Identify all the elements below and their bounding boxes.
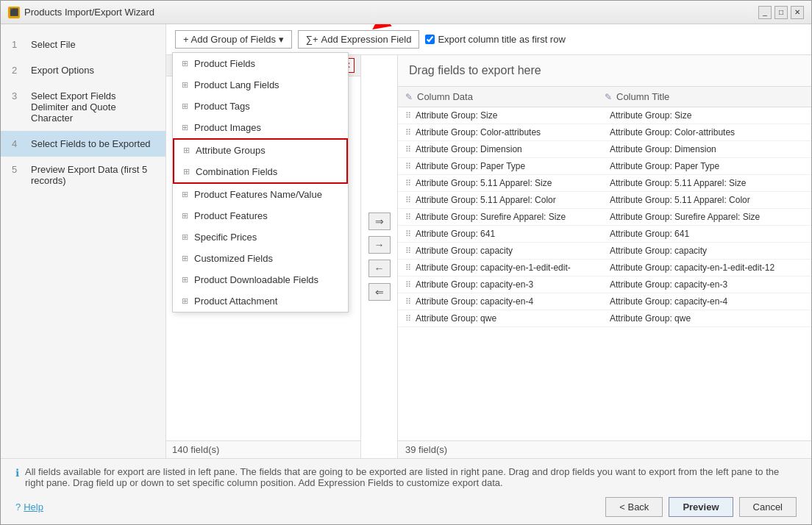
grid-icon: ⊞ (183, 167, 190, 176)
add-group-dropdown: ⊞ Product Fields ⊞ Product Lang Fields ⊞… (172, 52, 349, 312)
sidebar-item-delimiter[interactable]: 3 Select Export Fields Delimiter and Quo… (1, 83, 165, 131)
right-panel: Drag fields to export here ✎ Column Data… (398, 55, 811, 458)
cancel-button[interactable]: Cancel (739, 497, 797, 517)
table-row[interactable]: ⠿ Attribute Group: capacity-en-3 Attribu… (398, 276, 811, 293)
table-row[interactable]: ⠿ Attribute Group: Dimension Attribute G… (398, 141, 811, 158)
drag-icon: ⠿ (405, 314, 411, 324)
move-all-right-button[interactable]: ⇒ (368, 213, 391, 230)
table-row[interactable]: ⠿ Attribute Group: capacity-en-1-edit-ed… (398, 260, 811, 276)
grid-icon: ⊞ (182, 101, 188, 111)
dropdown-item-specific-prices[interactable]: ⊞ Specific Prices (173, 226, 348, 248)
dropdown-item-customized-fields[interactable]: ⊞ Customized Fields (173, 248, 348, 269)
table-row[interactable]: ⠿ Attribute Group: 5.11 Apparel: Color A… (398, 192, 811, 209)
table-row[interactable]: ⠿ Attribute Group: 641 Attribute Group: … (398, 226, 811, 243)
grid-icon: ⊞ (182, 59, 188, 68)
edit-icon: ✎ (605, 92, 612, 102)
help-icon: ? (15, 501, 21, 512)
maximize-button[interactable]: □ (774, 6, 788, 19)
content-area: + Add Group of Fields ▾ ∑+ Add Expressio… (166, 24, 811, 458)
grid-icon: ⊞ (182, 211, 188, 221)
title-controls: _ □ ✕ (758, 6, 804, 19)
main-window: ⬛ Products Import/Export Wizard _ □ ✕ 1 … (0, 0, 812, 525)
drag-icon: ⠿ (405, 145, 411, 154)
move-right-button[interactable]: → (368, 236, 391, 254)
add-group-button[interactable]: + Add Group of Fields ▾ (175, 30, 292, 49)
table-row[interactable]: ⠿ Attribute Group: Color-attributes Attr… (398, 124, 811, 141)
grid-icon: ⊞ (182, 275, 188, 285)
add-expression-button[interactable]: ∑+ Add Expression Field (298, 30, 420, 49)
grid-icon: ⊞ (182, 123, 188, 132)
export-checkbox-label[interactable]: Export column title as first row (425, 34, 565, 45)
drag-icon: ⠿ (405, 246, 411, 256)
drag-icon: ⠿ (405, 297, 411, 307)
sidebar: 1 Select File 2 Export Options 3 Select … (1, 24, 166, 458)
main-content: 1 Select File 2 Export Options 3 Select … (1, 24, 811, 458)
table-row[interactable]: ⠿ Attribute Group: Surefire Apparel: Siz… (398, 209, 811, 226)
drag-icon: ⠿ (405, 162, 411, 171)
grid-icon: ⊞ (182, 254, 188, 263)
preview-button[interactable]: Preview (669, 497, 733, 517)
dropdown-item-product-features[interactable]: ⊞ Product Features (173, 205, 348, 226)
grid-icon: ⊞ (183, 146, 190, 155)
app-icon: ⬛ (8, 7, 20, 18)
edit-icon: ✎ (405, 92, 413, 102)
table-row[interactable]: ⠿ Attribute Group: 5.11 Apparel: Size At… (398, 175, 811, 192)
close-button[interactable]: ✕ (791, 6, 804, 19)
dropdown-item-product-attachment[interactable]: ⊞ Product Attachment (173, 290, 348, 312)
move-left-button[interactable]: ← (368, 260, 391, 277)
drag-fields-title: Drag fields to export here (398, 55, 811, 87)
drag-icon: ⠿ (405, 111, 411, 121)
drag-icon: ⠿ (405, 179, 411, 188)
bottom-buttons: ? Help < Back Preview Cancel (15, 497, 797, 517)
dropdown-item-lang-fields[interactable]: ⊞ Product Lang Fields (173, 74, 348, 96)
title-bar: ⬛ Products Import/Export Wizard _ □ ✕ (1, 1, 811, 24)
red-arrow-indicator (335, 24, 409, 30)
move-all-left-button[interactable]: ⇐ (368, 283, 391, 301)
table-row[interactable]: ⠿ Attribute Group: capacity-en-4 Attribu… (398, 293, 811, 310)
drag-icon: ⠿ (405, 213, 411, 222)
drag-icon: ⠿ (405, 280, 411, 290)
table-row[interactable]: ⠿ Attribute Group: Paper Type Attribute … (398, 158, 811, 175)
window-title: Products Import/Export Wizard (24, 7, 154, 18)
drag-icon: ⠿ (405, 229, 411, 239)
column-data-header: ✎ Column Data (405, 91, 605, 102)
info-icon: ℹ (15, 467, 19, 479)
dropdown-item-attribute-groups[interactable]: ⊞ Attribute Groups (173, 138, 348, 162)
dropdown-item-combination-fields[interactable]: ⊞ Combination Fields (173, 161, 348, 184)
arrows-panel: ⇒ → ← ⇐ (361, 55, 398, 458)
right-panel-header: ✎ Column Data ✎ Column Title (398, 87, 811, 107)
grid-icon: ⊞ (182, 296, 188, 306)
drag-icon: ⠿ (405, 128, 411, 138)
left-panel-footer: 140 field(s) (166, 440, 360, 458)
drag-icon: ⠿ (405, 196, 411, 205)
info-section: ℹ All fields available for export are li… (15, 466, 797, 488)
drag-icon: ⠿ (405, 263, 411, 273)
dropdown-item-product-tags[interactable]: ⊞ Product Tags (173, 96, 348, 117)
dropdown-item-downloadable-fields[interactable]: ⊞ Product Downloadable Fields (173, 269, 348, 290)
help-link[interactable]: ? Help (15, 501, 43, 512)
export-title-checkbox[interactable] (425, 35, 435, 44)
right-panel-footer: 39 field(s) (398, 440, 811, 458)
dropdown-item-product-images[interactable]: ⊞ Product Images (173, 117, 348, 138)
back-button[interactable]: < Back (605, 497, 663, 517)
dropdown-item-product-fields[interactable]: ⊞ Product Fields (173, 53, 348, 74)
minimize-button[interactable]: _ (758, 6, 772, 19)
sidebar-item-select-file[interactable]: 1 Select File (1, 32, 165, 57)
bottom-bar: ℹ All fields available for export are li… (1, 458, 811, 524)
grid-icon: ⊞ (182, 232, 188, 242)
column-title-header: ✎ Column Title (605, 91, 804, 102)
sidebar-item-preview[interactable]: 5 Preview Export Data (first 5 records) (1, 157, 165, 193)
grid-icon: ⊞ (182, 190, 188, 199)
table-row[interactable]: ⠿ Attribute Group: Size Attribute Group:… (398, 107, 811, 124)
sidebar-item-export-options[interactable]: 2 Export Options (1, 57, 165, 83)
dropdown-item-features-name-value[interactable]: ⊞ Product Features Name/Value (173, 184, 348, 205)
table-row[interactable]: ⠿ Attribute Group: capacity Attribute Gr… (398, 243, 811, 260)
toolbar: + Add Group of Fields ▾ ∑+ Add Expressio… (166, 24, 811, 55)
sidebar-item-select-fields[interactable]: 4 Select Fields to be Exported (1, 131, 165, 157)
table-row[interactable]: ⠿ Attribute Group: qwe Attribute Group: … (398, 310, 811, 327)
expr-icon: ∑+ (306, 34, 318, 45)
right-field-list: ⠿ Attribute Group: Size Attribute Group:… (398, 107, 811, 440)
grid-icon: ⊞ (182, 80, 188, 90)
